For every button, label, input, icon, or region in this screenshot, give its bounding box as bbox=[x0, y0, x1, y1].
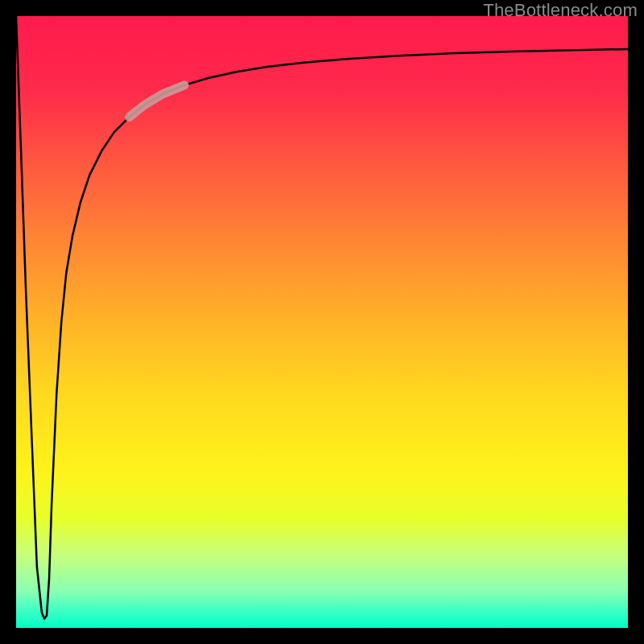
curve-layer bbox=[16, 16, 628, 628]
bottleneck-curve bbox=[16, 16, 628, 619]
highlight-segment bbox=[130, 85, 184, 118]
chart-frame: TheBottleneck.com bbox=[0, 0, 644, 644]
watermark-text: TheBottleneck.com bbox=[483, 0, 638, 21]
